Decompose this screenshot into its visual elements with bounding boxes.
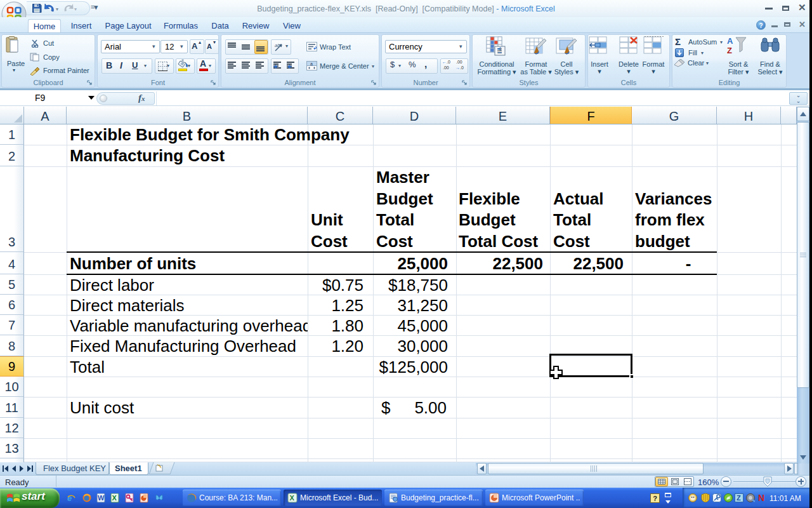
svg-text:e: e: [67, 493, 72, 503]
svg-text:A: A: [727, 36, 733, 46]
svg-text:ab: ab: [275, 43, 280, 48]
svg-text:X: X: [290, 494, 295, 502]
svg-text:a: a: [310, 62, 313, 66]
svg-text:Z: Z: [737, 494, 741, 502]
svg-text:Z: Z: [727, 46, 732, 55]
svg-text:W: W: [98, 494, 105, 502]
svg-text:N: N: [758, 493, 764, 502]
svg-text:X: X: [112, 494, 117, 502]
